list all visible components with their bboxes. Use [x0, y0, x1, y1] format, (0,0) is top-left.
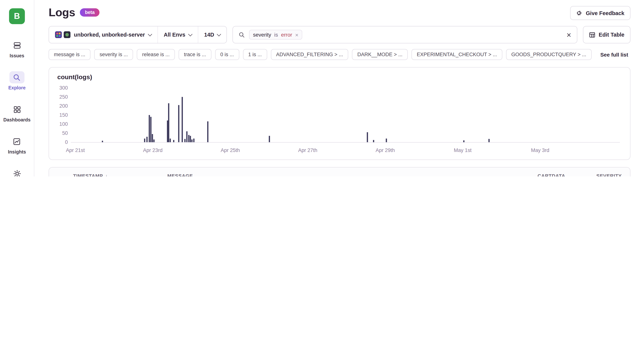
- page-header: Logs beta Give Feedback: [48, 6, 630, 20]
- settings-gear-icon: [10, 167, 24, 177]
- org-logo[interactable]: B: [9, 8, 25, 24]
- filter-chip[interactable]: GOODS_PRODUCTQUERY > ...: [506, 49, 592, 60]
- logs-chart-svg: 050100150200250300Apr 21stApr 23rdApr 25…: [57, 83, 622, 157]
- page-filter-bar: unborked, unborked-server All Envs 14D: [48, 26, 227, 43]
- date-range-label: 14D: [204, 32, 214, 38]
- filter-chip[interactable]: message is ...: [48, 49, 91, 60]
- filter-chips-row: message is ...severity is ...release is …: [48, 49, 630, 60]
- search-input[interactable]: severity is error × ×: [233, 26, 577, 43]
- logs-table: TIMESTAMP ↓ MESSAGE CARTDATA SEVERITY Ma…: [48, 167, 630, 177]
- filter-chip[interactable]: EXPERIMENTAL_CHECKOUT > ...: [412, 49, 502, 60]
- svg-text:50: 50: [62, 130, 68, 136]
- filter-chip[interactable]: 1 is ...: [243, 49, 267, 60]
- logs-chart-card: count(logs) 050100150200250300Apr 21stAp…: [48, 67, 630, 160]
- edit-table-label: Edit Table: [599, 32, 624, 38]
- main-content: Logs beta Give Feedback unborked, unbork…: [34, 0, 644, 177]
- environment-selector[interactable]: All Envs: [157, 27, 198, 43]
- svg-text:100: 100: [59, 121, 68, 127]
- filter-chip[interactable]: trace is ...: [178, 49, 211, 60]
- project-platform-icons: [55, 31, 70, 38]
- table-grid-icon: [589, 32, 596, 38]
- edit-table-button[interactable]: Edit Table: [583, 26, 630, 43]
- beta-badge: beta: [80, 8, 100, 17]
- project-selector[interactable]: unborked, unborked-server: [49, 27, 157, 43]
- sidebar-item-label: Issues: [10, 53, 24, 59]
- search-token[interactable]: severity is error ×: [249, 30, 302, 40]
- filter-chip[interactable]: 0 is ...: [215, 49, 239, 60]
- svg-text:May 3rd: May 3rd: [531, 147, 549, 153]
- chevron-down-icon: [217, 32, 221, 36]
- svg-text:Apr 21st: Apr 21st: [66, 147, 85, 153]
- filter-chip[interactable]: severity is ...: [94, 49, 133, 60]
- dashboards-icon: [10, 103, 24, 115]
- svg-text:Apr 27th: Apr 27th: [298, 147, 317, 153]
- chevron-down-icon: [148, 32, 152, 36]
- filter-chip[interactable]: release is ...: [137, 49, 175, 60]
- svg-text:Apr 23rd: Apr 23rd: [143, 147, 162, 153]
- token-key: severity: [253, 32, 271, 38]
- issues-icon: [10, 39, 24, 51]
- insights-icon: [10, 135, 24, 147]
- page-title: Logs: [48, 6, 75, 19]
- token-operator: is: [274, 32, 278, 38]
- column-header-severity[interactable]: SEVERITY: [565, 173, 622, 177]
- svg-text:250: 250: [59, 94, 68, 100]
- svg-text:0: 0: [65, 139, 68, 145]
- give-feedback-button[interactable]: Give Feedback: [570, 6, 630, 20]
- sidebar-item-issues[interactable]: Issues: [10, 39, 24, 59]
- sidebar-item-dashboards[interactable]: Dashboards: [4, 103, 31, 123]
- column-header-message[interactable]: MESSAGE: [167, 173, 519, 177]
- column-header-cartdata[interactable]: CARTDATA: [519, 173, 565, 177]
- platform-icon-1: [55, 31, 62, 38]
- search-icon: [10, 71, 24, 83]
- filter-chips: message is ...severity is ...release is …: [48, 49, 592, 60]
- project-selector-label: unborked, unborked-server: [74, 32, 145, 38]
- token-remove-icon[interactable]: ×: [295, 32, 299, 38]
- give-feedback-label: Give Feedback: [586, 10, 624, 16]
- svg-text:300: 300: [59, 85, 68, 91]
- sidebar-item-explore[interactable]: Explore: [8, 71, 26, 91]
- filter-chip[interactable]: DARK__MODE > ...: [352, 49, 408, 60]
- environment-selector-label: All Envs: [164, 32, 185, 38]
- sidebar-item-label: Insights: [8, 149, 26, 155]
- search-icon: [239, 32, 245, 38]
- svg-text:Apr 25th: Apr 25th: [221, 147, 240, 153]
- svg-text:May 1st: May 1st: [454, 147, 472, 153]
- sidebar-item-insights[interactable]: Insights: [8, 135, 26, 155]
- sidebar-item-label: Explore: [8, 85, 26, 91]
- token-value: error: [281, 32, 292, 38]
- svg-text:200: 200: [59, 103, 68, 109]
- filter-bar: unborked, unborked-server All Envs 14D s…: [48, 26, 630, 43]
- sidebar-nav: Issues Explore Dashboards Insights: [4, 39, 31, 177]
- chart-title: count(logs): [57, 74, 622, 81]
- sidebar: B Issues Explore Dashboards: [0, 0, 34, 177]
- platform-icon-2: [64, 31, 70, 38]
- svg-text:Apr 29th: Apr 29th: [376, 147, 395, 153]
- chevron-down-icon: [188, 32, 192, 36]
- app-window: B Issues Explore Dashboards: [0, 0, 644, 177]
- logs-table-header: TIMESTAMP ↓ MESSAGE CARTDATA SEVERITY: [49, 167, 630, 177]
- svg-text:150: 150: [59, 112, 68, 118]
- megaphone-icon: [576, 10, 582, 16]
- sidebar-item-label: Dashboards: [4, 117, 31, 123]
- filter-chip[interactable]: ADVANCED_FILTERING > ...: [271, 49, 348, 60]
- column-header-timestamp[interactable]: TIMESTAMP ↓: [73, 173, 167, 177]
- see-full-list-button[interactable]: See full list: [598, 51, 630, 58]
- search-clear-icon[interactable]: ×: [566, 31, 571, 39]
- sort-desc-icon: ↓: [105, 173, 108, 177]
- date-range-selector[interactable]: 14D: [198, 27, 227, 43]
- org-logo-letter: B: [14, 11, 20, 21]
- sidebar-item-settings[interactable]: Settings: [8, 167, 26, 177]
